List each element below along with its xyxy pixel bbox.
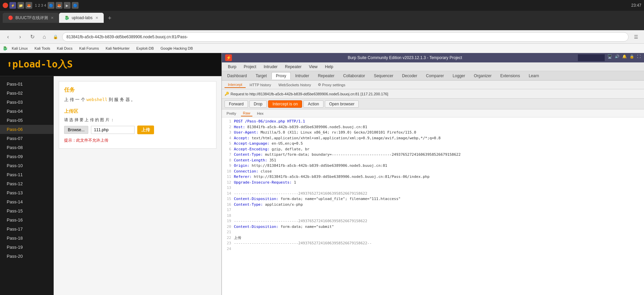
burp-menu-bar: Burp Project Intruder Repeater View Help: [222, 62, 644, 71]
menu-project[interactable]: Project: [240, 64, 259, 70]
forward-button[interactable]: ›: [15, 32, 25, 42]
request-line: 1POST /Pass-06/index.php HTTP/1.1: [223, 119, 643, 125]
nav-pass03[interactable]: Pass-03: [0, 98, 53, 107]
nav-pass12[interactable]: Pass-12: [0, 179, 53, 188]
extra-icon[interactable]: 🔵: [72, 2, 79, 9]
tab-dashboard[interactable]: Dashboard: [223, 72, 251, 79]
nav-pass14[interactable]: Pass-14: [0, 197, 53, 206]
request-info-text: Request to http://813841fb-a5cb-442b-b83…: [231, 92, 388, 96]
os-icon: [3, 3, 8, 8]
nav-pass04[interactable]: Pass-04: [0, 107, 53, 116]
view-tab-pretty[interactable]: Pretty: [225, 111, 238, 116]
tab-organizer[interactable]: Organizer: [470, 72, 496, 79]
kali-icon: 🐉: [3, 46, 8, 51]
drop-button[interactable]: Drop: [249, 100, 267, 108]
nav-pass08[interactable]: Pass-08: [0, 143, 53, 152]
view-tab-hex[interactable]: Hex: [255, 111, 266, 116]
tab-comparer[interactable]: Comparer: [422, 72, 448, 79]
proxy-tab-intercept[interactable]: Intercept: [225, 82, 246, 88]
menu-burp[interactable]: Burp: [225, 64, 240, 70]
lock-info-icon: 🔑: [225, 92, 229, 96]
workspace-nums: 1 2 3 4: [35, 3, 46, 7]
bookmark-kali-tools[interactable]: Kali Tools: [32, 46, 53, 51]
request-line: 21: [223, 230, 643, 235]
browser-tab-2[interactable]: 🐉 upload-labs ✕: [59, 13, 104, 23]
nav-pass05[interactable]: Pass-05: [0, 116, 53, 125]
tab-intruder[interactable]: Intruder: [291, 72, 313, 79]
proxy-tab-websockets[interactable]: WebSockets history: [275, 82, 314, 88]
menu-view[interactable]: View: [305, 64, 321, 70]
intercept-button[interactable]: Intercept is on: [268, 100, 302, 108]
title-bar-icons: ⚡ 📁 🦊 1 2 3 4 🔵 🦊 ▶ 🔵: [3, 2, 79, 9]
forward-button[interactable]: Forward: [225, 100, 248, 108]
nav-pass19[interactable]: Pass-19: [0, 243, 53, 252]
browser3-icon[interactable]: 🦊: [56, 2, 62, 9]
nav-pass16[interactable]: Pass-16: [0, 215, 53, 225]
notification-icon[interactable]: 🔔: [622, 54, 627, 61]
menu-help[interactable]: Help: [321, 64, 337, 70]
nav-pass06[interactable]: Pass-06: [0, 125, 53, 134]
proxy-tab-http-history[interactable]: HTTP history: [246, 82, 275, 88]
speaker-icon[interactable]: 🔊: [615, 54, 620, 61]
address-input[interactable]: [62, 32, 629, 42]
tab-logger[interactable]: Logger: [449, 72, 469, 79]
nav-pass01[interactable]: Pass-01: [0, 80, 53, 89]
nav-pass10[interactable]: Pass-10: [0, 161, 53, 170]
bookmark-google-hacking[interactable]: Google Hacking DB: [158, 46, 196, 51]
bookmark-kali-docs[interactable]: Kali Docs: [54, 46, 75, 51]
tab-proxy[interactable]: Proxy: [271, 72, 291, 80]
request-line: 10Connection: close: [223, 169, 643, 175]
nav-pass18[interactable]: Pass-18: [0, 234, 53, 243]
browser-icon[interactable]: 🦊: [26, 2, 32, 9]
proxy-settings-link[interactable]: ⚙ Proxy settings: [318, 83, 345, 87]
file-name-display: 111.php: [91, 126, 135, 134]
tab1-close[interactable]: ✕: [51, 16, 54, 20]
nav-pass20[interactable]: Pass-20: [0, 252, 53, 261]
tab-learn[interactable]: Learn: [525, 72, 543, 79]
nav-pass13[interactable]: Pass-13: [0, 188, 53, 197]
request-line: 17: [223, 207, 643, 213]
refresh-button[interactable]: ↻: [28, 32, 37, 42]
tab-repeater[interactable]: Repeater: [314, 72, 338, 79]
tab2-close[interactable]: ✕: [95, 16, 98, 20]
menu-repeater[interactable]: Repeater: [282, 64, 305, 70]
bookmark-exploit-db[interactable]: Exploit-DB: [134, 46, 156, 51]
upload-button[interactable]: 上传: [137, 126, 154, 134]
maximize-icon[interactable]: ⛶: [637, 54, 641, 61]
tab-extensions[interactable]: Extensions: [496, 72, 524, 79]
tab-target[interactable]: Target: [252, 72, 271, 79]
lock2-icon[interactable]: 🔒: [630, 54, 634, 61]
nav-pass17[interactable]: Pass-17: [0, 225, 53, 234]
tab-sequencer[interactable]: Sequencer: [370, 72, 397, 79]
back-button[interactable]: ‹: [3, 32, 13, 42]
minimize-icon[interactable]: 🖥️: [607, 54, 612, 61]
menu-button[interactable]: ☰: [631, 32, 641, 42]
request-line: 19-----------------------------249376527…: [223, 218, 643, 224]
folder-icon[interactable]: 📁: [17, 2, 24, 9]
bookmark-kali-linux[interactable]: Kali Linux: [9, 46, 31, 51]
bookmark-kali-nethunter[interactable]: Kali NetHunter: [103, 46, 133, 51]
request-body[interactable]: 1POST /Pass-06/index.php HTTP/1.12Host: …: [222, 117, 644, 295]
home-button[interactable]: ⌂: [40, 32, 49, 42]
view-tab-raw[interactable]: Raw: [241, 110, 252, 116]
nav-pass09[interactable]: Pass-09: [0, 152, 53, 161]
browse-button[interactable]: Browse...: [64, 126, 88, 134]
request-line: 6Accept-Encoding: gzip, deflate, br: [223, 147, 643, 152]
browser2-icon[interactable]: 🔵: [48, 2, 54, 9]
open-browser-button[interactable]: Open browser: [325, 100, 359, 108]
nav-pass11[interactable]: Pass-11: [0, 170, 53, 179]
nav-pass02[interactable]: Pass-02: [0, 89, 53, 98]
burp-title-bar: ⚡ Burp Suite Community Edition v2023.12.…: [222, 53, 644, 62]
tab-collaborator[interactable]: Collaborator: [339, 72, 369, 79]
term-icon[interactable]: ▶: [64, 2, 70, 9]
nav-pass07[interactable]: Pass-07: [0, 134, 53, 143]
browser-tab-1[interactable]: 🔴 BUUCTF在线评测 ✕: [3, 13, 59, 23]
tab-decoder[interactable]: Decoder: [398, 72, 421, 79]
nav-pass15[interactable]: Pass-15: [0, 206, 53, 215]
bookmark-kali-forums[interactable]: Kali Forums: [77, 46, 102, 51]
new-tab-button[interactable]: +: [105, 13, 114, 23]
app-icon[interactable]: ⚡: [9, 2, 16, 9]
menu-intruder[interactable]: Intruder: [260, 64, 281, 70]
action-button[interactable]: Action: [303, 100, 323, 108]
content-area: 任务 上 传 一 个 webshell 到 服 务 器 。 上传区 请 选 择 …: [54, 76, 221, 295]
